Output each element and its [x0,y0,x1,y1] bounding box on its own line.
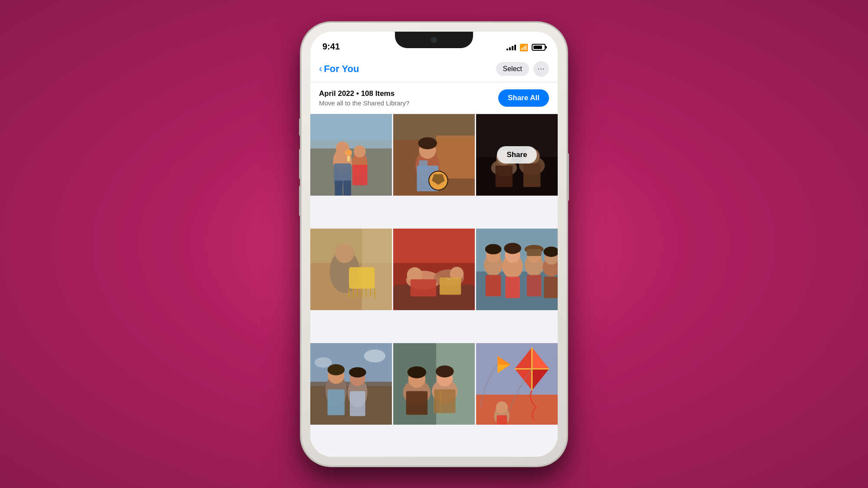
status-time: 9:41 [322,42,340,52]
back-label: For You [324,63,359,75]
svg-rect-79 [328,390,345,415]
svg-rect-51 [411,279,436,297]
more-button[interactable]: ··· [533,61,549,77]
svg-rect-2 [310,114,392,148]
battery-fill [533,46,542,49]
suggestion-banner: April 2022 • 108 Items Move all to the S… [310,82,558,114]
svg-rect-66 [505,277,520,298]
svg-point-81 [328,364,345,376]
svg-point-69 [485,244,502,254]
photo-cell-1[interactable] [310,114,392,196]
svg-rect-92 [406,391,427,415]
svg-point-84 [315,357,332,368]
svg-rect-80 [350,391,365,416]
svg-point-95 [436,366,454,378]
svg-point-10 [345,149,352,156]
select-button[interactable]: Select [496,62,529,76]
suggestion-text-group: April 2022 • 108 Items Move all to the S… [319,89,409,107]
battery-icon [532,44,546,51]
svg-rect-67 [527,275,542,296]
svg-point-22 [418,137,437,149]
mute-button[interactable] [299,118,302,136]
share-all-button[interactable]: Share All [498,89,549,107]
suggestion-title: April 2022 • 108 Items [319,89,409,98]
svg-rect-19 [419,160,427,169]
front-camera [431,37,437,43]
svg-rect-11 [335,180,342,196]
svg-rect-109 [496,415,507,425]
photo-cell-4[interactable] [310,229,392,310]
svg-point-108 [496,402,508,414]
svg-rect-12 [343,180,351,196]
photo-share-overlay: Share [476,114,558,196]
svg-point-35 [335,244,354,263]
photo-cell-6[interactable] [476,229,558,310]
svg-point-83 [364,350,385,363]
phone-screen: 9:41 📶 [310,32,558,457]
photo-cell-9[interactable] [476,343,558,425]
svg-point-94 [408,367,427,379]
photo-grid: Share [310,114,558,457]
photo-cell-2[interactable] [393,114,475,196]
volume-down-button[interactable] [299,186,302,216]
volume-up-button[interactable] [299,149,302,179]
wifi-icon: 📶 [519,43,528,52]
photo-cell-3[interactable]: Share [476,114,558,196]
svg-rect-93 [434,390,455,413]
photo-cell-8[interactable] [393,343,475,425]
share-button[interactable]: Share [497,146,536,164]
power-button[interactable] [566,153,569,201]
notch [395,32,473,48]
photo-cell-7[interactable] [310,343,392,425]
nav-bar: ‹ For You Select ··· [310,56,558,82]
svg-rect-8 [352,164,368,185]
svg-rect-65 [486,275,501,296]
back-arrow-icon: ‹ [319,63,322,75]
svg-rect-64 [527,249,542,256]
svg-rect-52 [440,278,461,295]
suggestion-subtitle: Move all to the Shared Library? [319,99,409,107]
signal-icon [506,44,516,50]
nav-actions: Select ··· [496,61,549,77]
phone-wrapper: 9:41 📶 [302,23,566,465]
page-background: 9:41 📶 [302,23,566,465]
svg-rect-68 [544,277,558,298]
svg-point-6 [354,145,366,157]
back-button[interactable]: ‹ For You [319,63,359,75]
svg-point-82 [349,367,366,378]
svg-point-70 [504,242,521,254]
status-icons: 📶 [506,43,546,52]
photo-cell-5[interactable] [393,229,475,310]
svg-rect-36 [349,267,375,288]
